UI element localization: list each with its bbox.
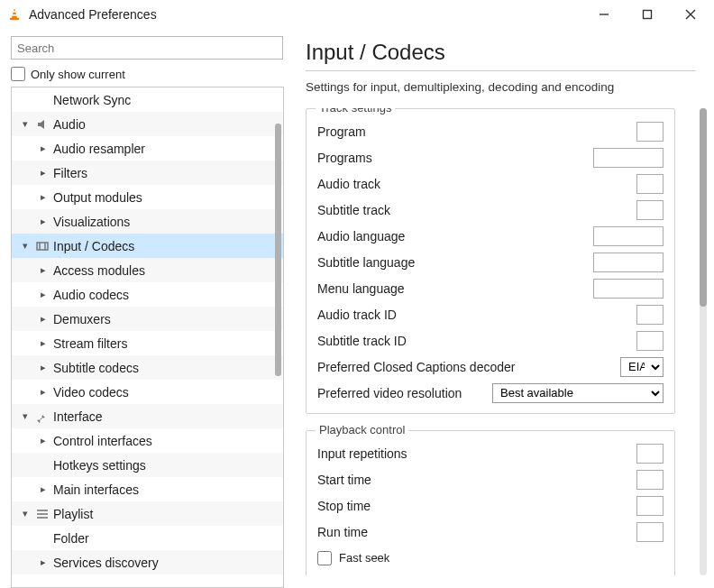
tree-item-main-interfaces[interactable]: ▸Main interfaces xyxy=(12,477,283,501)
svg-rect-5 xyxy=(644,11,652,19)
setting-input-audio-track[interactable] xyxy=(636,174,664,194)
codec-icon xyxy=(33,239,51,253)
chevron-right-icon[interactable]: ▸ xyxy=(35,556,51,568)
only-show-current-checkbox[interactable]: Only show current xyxy=(11,67,284,81)
setting-input-run-time[interactable] xyxy=(636,522,664,542)
checkbox-input[interactable] xyxy=(317,551,332,565)
panel-scrollbar-thumb[interactable] xyxy=(700,108,707,307)
maximize-button[interactable] xyxy=(635,4,660,25)
setting-row: Subtitle track ID xyxy=(317,327,664,354)
setting-input-stop-time[interactable] xyxy=(636,496,664,516)
setting-label: Preferred video resolution xyxy=(317,386,462,400)
tree-item-hotkeys-settings[interactable]: Hotkeys settings xyxy=(12,453,283,477)
setting-row: Program xyxy=(317,118,664,144)
tree-item-video-codecs[interactable]: ▸Video codecs xyxy=(12,380,283,404)
tree-item-label: Demuxers xyxy=(51,312,111,326)
tree-item-label: Hotkeys settings xyxy=(51,458,146,473)
chevron-right-icon[interactable]: ▸ xyxy=(35,483,51,495)
setting-input-audio-language[interactable] xyxy=(593,226,664,246)
chevron-right-icon[interactable]: ▸ xyxy=(35,289,51,300)
setting-label: Fast seek xyxy=(339,551,389,565)
tree-item-control-interfaces[interactable]: ▸Control interfaces xyxy=(12,428,283,453)
panel-scrollbar[interactable] xyxy=(700,108,707,575)
tree-item-label: Audio resampler xyxy=(51,142,145,156)
chevron-right-icon[interactable]: ▸ xyxy=(35,191,51,203)
tree-item-filters[interactable]: ▸Filters xyxy=(12,161,283,185)
setting-select-preferred-closed-captions-decoder[interactable]: EIA/CE xyxy=(620,357,664,377)
audio-icon xyxy=(33,117,51,132)
tree-item-input-codecs[interactable]: ▾Input / Codecs xyxy=(12,234,283,258)
tree-item-visualizations[interactable]: ▸Visualizations xyxy=(12,209,283,234)
setting-input-programs[interactable] xyxy=(593,148,664,168)
tree-item-label: Main interfaces xyxy=(51,482,139,497)
setting-input-input-repetitions[interactable] xyxy=(636,444,664,464)
setting-input-audio-track-id[interactable] xyxy=(636,305,664,325)
chevron-down-icon[interactable]: ▾ xyxy=(17,118,33,130)
chevron-right-icon[interactable]: ▸ xyxy=(35,216,51,227)
setting-label: Subtitle track xyxy=(317,203,390,217)
tree-item-label: Services discovery xyxy=(51,556,159,570)
chevron-right-icon[interactable]: ▸ xyxy=(35,264,51,276)
setting-label: Menu language xyxy=(317,281,405,296)
setting-row: Subtitle language xyxy=(317,249,664,275)
chevron-right-icon[interactable]: ▸ xyxy=(35,386,51,398)
only-show-current-input[interactable] xyxy=(11,67,25,81)
tree-item-interface[interactable]: ▾Interface xyxy=(12,404,283,428)
setting-input-program[interactable] xyxy=(636,122,664,142)
chevron-down-icon[interactable]: ▾ xyxy=(17,508,33,519)
tree-scrollbar-thumb[interactable] xyxy=(275,124,281,376)
svg-marker-0 xyxy=(12,8,17,18)
window-controls xyxy=(591,4,703,25)
chevron-down-icon[interactable]: ▾ xyxy=(17,240,33,252)
tree-item-label: Subtitle codecs xyxy=(51,361,139,375)
settings-panel: Input / Codecs Settings for input, demul… xyxy=(293,29,714,588)
tree-item-label: Audio codecs xyxy=(51,288,129,302)
tree-item-playlist[interactable]: ▾Playlist xyxy=(12,501,283,526)
chevron-right-icon[interactable]: ▸ xyxy=(35,167,51,179)
tree-item-access-modules[interactable]: ▸Access modules xyxy=(12,258,283,282)
tree-item-stream-filters[interactable]: ▸Stream filters xyxy=(12,331,283,355)
setting-fast-seek[interactable]: Fast seek xyxy=(317,545,664,571)
tree-item-subtitle-codecs[interactable]: ▸Subtitle codecs xyxy=(12,355,283,380)
tree-item-folder[interactable]: Folder xyxy=(12,526,283,550)
setting-input-subtitle-track[interactable] xyxy=(636,200,664,220)
chevron-right-icon[interactable]: ▸ xyxy=(35,435,51,446)
chevron-right-icon[interactable]: ▸ xyxy=(35,313,51,325)
search-input[interactable] xyxy=(11,36,283,60)
tree-item-output-modules[interactable]: ▸Output modules xyxy=(12,185,283,209)
setting-input-subtitle-language[interactable] xyxy=(593,253,664,272)
setting-row: Audio language xyxy=(317,223,664,249)
setting-input-subtitle-track-id[interactable] xyxy=(636,331,664,351)
setting-row: Programs xyxy=(317,144,664,170)
interface-icon xyxy=(33,409,51,424)
tree-item-label: Interface xyxy=(51,409,102,424)
tree-item-label: Output modules xyxy=(51,190,142,205)
close-button[interactable] xyxy=(678,4,703,25)
setting-label: Audio track ID xyxy=(317,308,397,322)
setting-input-menu-language[interactable] xyxy=(593,279,664,299)
tree-item-label: Filters xyxy=(51,166,87,180)
group-legend: Playback control xyxy=(316,423,408,436)
tree-item-audio-resampler[interactable]: ▸Audio resampler xyxy=(12,136,283,161)
chevron-right-icon[interactable]: ▸ xyxy=(35,362,51,373)
setting-row: Input repetitions xyxy=(317,440,664,466)
minimize-button[interactable] xyxy=(591,4,617,25)
setting-select-preferred-video-resolution[interactable]: Best available xyxy=(492,383,664,403)
setting-label: Run time xyxy=(317,525,368,539)
svg-rect-1 xyxy=(13,11,16,13)
setting-row: Run time xyxy=(317,519,664,545)
tree-item-demuxers[interactable]: ▸Demuxers xyxy=(12,307,283,331)
tree-item-label: Access modules xyxy=(51,263,145,278)
chevron-down-icon[interactable]: ▾ xyxy=(17,410,33,422)
panel-title: Input / Codecs xyxy=(306,40,714,65)
tree-item-network-sync[interactable]: Network Sync xyxy=(12,87,283,112)
chevron-right-icon[interactable]: ▸ xyxy=(35,142,51,154)
chevron-right-icon[interactable]: ▸ xyxy=(35,337,51,349)
setting-row: Subtitle track xyxy=(317,197,664,223)
setting-input-start-time[interactable] xyxy=(636,470,664,490)
tree-item-audio[interactable]: ▾Audio xyxy=(12,112,283,136)
tree-item-services-discovery[interactable]: ▸Services discovery xyxy=(12,550,283,574)
playlist-icon xyxy=(33,507,51,521)
tree-item-audio-codecs[interactable]: ▸Audio codecs xyxy=(12,282,283,307)
svg-rect-3 xyxy=(10,18,19,20)
